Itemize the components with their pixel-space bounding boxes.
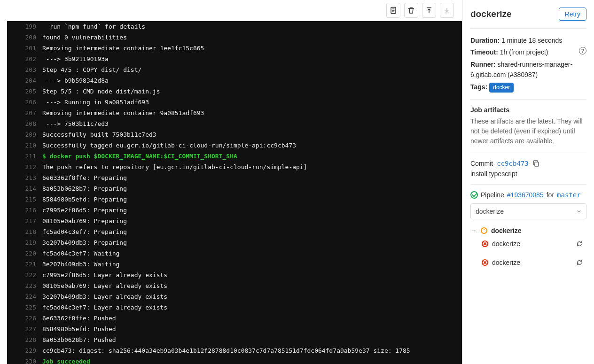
line-text: $ docker push $DOCKER_IMAGE_NAME:$CI_COM… — [42, 151, 462, 162]
line-number[interactable]: 229 — [7, 345, 42, 356]
line-number[interactable]: 209 — [7, 129, 42, 140]
line-text: ---> Running in 9a0851adf693 — [42, 97, 462, 108]
line-number[interactable]: 225 — [7, 302, 42, 313]
line-text: 8584980b5efd: Preparing — [42, 194, 462, 205]
line-text: cc9cb473: digest: sha256:440a34eb9a03b4e… — [42, 345, 462, 356]
retry-button[interactable]: Retry — [559, 8, 586, 21]
line-number[interactable]: 202 — [7, 54, 42, 64]
erase-log-button[interactable] — [404, 3, 418, 18]
duration-value: 1 minute 18 seconds — [501, 37, 562, 44]
line-text: 3e207b409db3: Preparing — [42, 237, 462, 248]
log-line: 2278584980b5efd: Pushed — [7, 324, 462, 334]
line-number[interactable]: 199 — [7, 21, 42, 32]
log-line: 225fc5ad04c3ef7: Layer already exists — [7, 302, 462, 313]
log-line: 2288a053b0628b7: Pushed — [7, 334, 462, 345]
line-text: c7995e2f86d5: Layer already exists — [42, 270, 462, 280]
line-number[interactable]: 212 — [7, 162, 42, 172]
log-line: 218fc5ad04c3ef7: Preparing — [7, 226, 462, 237]
line-number[interactable]: 215 — [7, 194, 42, 205]
line-number[interactable]: 221 — [7, 259, 42, 270]
help-icon[interactable]: ? — [579, 47, 586, 54]
scroll-bottom-button[interactable] — [440, 3, 454, 18]
log-line: 202 ---> 3b921190193a — [7, 54, 462, 64]
log-line: 2266e63362f8ffe: Pushed — [7, 313, 462, 324]
log-line: 2243e207b409db3: Layer already exists — [7, 291, 462, 302]
retry-job-icon[interactable] — [576, 240, 583, 247]
line-text: fc5ad04c3ef7: Preparing — [42, 226, 462, 237]
line-text: Removing intermediate container 9a0851ad… — [42, 108, 462, 118]
line-text: found 0 vulnerabilities — [42, 32, 462, 43]
raw-log-button[interactable] — [386, 3, 400, 18]
scroll-top-button[interactable] — [422, 3, 436, 18]
commit-sha-link[interactable]: cc9cb473 — [497, 160, 528, 167]
log-line: 229cc9cb473: digest: sha256:440a34eb9a03… — [7, 345, 462, 356]
line-number[interactable]: 228 — [7, 334, 42, 345]
branch-link[interactable]: master — [557, 191, 581, 199]
line-number[interactable]: 210 — [7, 140, 42, 151]
line-text: Successfully built 7503b11c7ed3 — [42, 129, 462, 140]
commit-message: install typescript — [470, 170, 586, 178]
log-line: 2158584980b5efd: Preparing — [7, 194, 462, 205]
line-number[interactable]: 211 — [7, 151, 42, 162]
line-number[interactable]: 220 — [7, 248, 42, 259]
line-number[interactable]: 201 — [7, 43, 42, 54]
line-number[interactable]: 207 — [7, 108, 42, 118]
log-line: 22308105e0ab769: Layer already exists — [7, 280, 462, 291]
log-line: 208 ---> 7503b11c7ed3 — [7, 118, 462, 129]
status-failed-icon — [482, 259, 488, 266]
tag-docker[interactable]: docker — [489, 83, 514, 93]
artifacts-block: Job artifacts These artifacts are the la… — [470, 106, 586, 146]
pipeline-for: for — [547, 191, 554, 199]
line-number[interactable]: 200 — [7, 32, 42, 43]
line-number[interactable]: 227 — [7, 324, 42, 334]
line-number[interactable]: 230 — [7, 356, 42, 364]
pipeline-id-link[interactable]: #193670085 — [507, 191, 544, 199]
pipeline-word: Pipeline — [481, 191, 504, 199]
line-number[interactable]: 204 — [7, 75, 42, 86]
job-log[interactable]: 199 run `npm fund` for details200found 0… — [7, 21, 462, 364]
line-text: Step 5/5 : CMD node dist/main.js — [42, 86, 462, 97]
stage-select[interactable]: dockerize — [470, 203, 586, 219]
job-item[interactable]: dockerize — [470, 234, 586, 253]
retry-job-icon[interactable] — [576, 259, 583, 266]
line-number[interactable]: 222 — [7, 270, 42, 280]
line-text: Removing intermediate container 1ee1fc15… — [42, 43, 462, 54]
line-number[interactable]: 214 — [7, 183, 42, 194]
artifacts-heading: Job artifacts — [470, 106, 586, 114]
stage-header: → dockerize — [470, 227, 586, 234]
line-number[interactable]: 224 — [7, 291, 42, 302]
trash-icon — [407, 7, 415, 14]
line-number[interactable]: 206 — [7, 97, 42, 108]
line-text: Job succeeded — [42, 356, 462, 364]
line-text: c7995e2f86d5: Preparing — [42, 205, 462, 216]
svg-rect-8 — [535, 162, 539, 166]
line-text: Successfully tagged eu.gcr.io/gitlab-ci-… — [42, 140, 462, 151]
copy-icon[interactable] — [532, 160, 540, 167]
log-line: 206 ---> Running in 9a0851adf693 — [7, 97, 462, 108]
line-number[interactable]: 218 — [7, 226, 42, 237]
line-number[interactable]: 208 — [7, 118, 42, 129]
chevron-down-icon — [577, 209, 581, 214]
job-item[interactable]: dockerize — [470, 253, 586, 272]
line-number[interactable]: 223 — [7, 280, 42, 291]
line-number[interactable]: 217 — [7, 216, 42, 226]
line-number[interactable]: 226 — [7, 313, 42, 324]
arrow-down-bar-icon — [443, 7, 451, 14]
status-pending-icon — [481, 227, 487, 234]
line-number[interactable]: 213 — [7, 172, 42, 183]
job-name: dockerize — [492, 240, 520, 248]
line-text: 08105e0ab769: Layer already exists — [42, 280, 462, 291]
timeout-label: Timeout: — [470, 48, 498, 56]
line-number[interactable]: 216 — [7, 205, 42, 216]
arrow-up-bar-icon — [425, 7, 433, 14]
line-text: fc5ad04c3ef7: Waiting — [42, 248, 462, 259]
line-number[interactable]: 203 — [7, 64, 42, 75]
commit-label: Commit — [470, 160, 493, 167]
line-number[interactable]: 219 — [7, 237, 42, 248]
log-line: 21708105e0ab769: Preparing — [7, 216, 462, 226]
log-line: 207Removing intermediate container 9a085… — [7, 108, 462, 118]
line-text: 08105e0ab769: Preparing — [42, 216, 462, 226]
log-line: 216c7995e2f86d5: Preparing — [7, 205, 462, 216]
line-number[interactable]: 205 — [7, 86, 42, 97]
log-toolbar — [0, 0, 462, 21]
